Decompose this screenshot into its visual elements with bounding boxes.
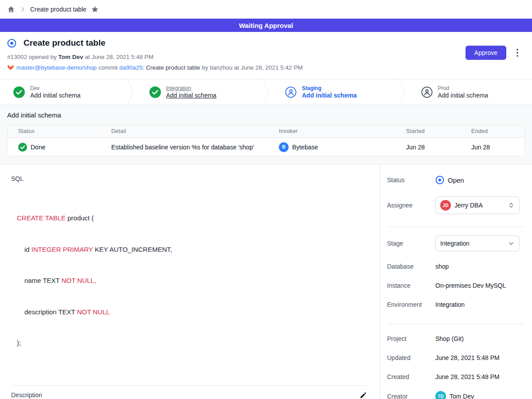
task-table-row: Done Established baseline version %s for… [8,138,524,156]
task-table: Status Detail Invoker Started Ended Done… [7,125,525,156]
sql-line: ); [17,338,373,348]
project-label: Project [387,335,435,342]
task-status-text: Done [31,144,45,151]
col-invoker: Invoker [268,128,395,134]
sql-line: description TEXT NOT NULL [17,307,373,317]
database-value: shop [435,263,449,270]
stage-dev[interactable]: DevAdd initial schema [0,79,125,105]
status-label: Status [387,176,435,184]
git-branch-link[interactable]: master@bytebase-demo/shop [16,64,97,71]
sql-line: name TEXT NOT NULL, [17,275,373,286]
instance-value: On-premises Dev MySQL [435,282,506,289]
sidebar-divider [387,324,525,324]
stage-staging[interactable]: StagingAdd initial schema [272,79,396,105]
git-commit-link[interactable]: da90a25 [119,64,143,71]
section-divider [11,385,366,386]
stage-pending-person-icon [285,86,297,98]
stage-separator [125,79,136,105]
database-label: Database [387,263,435,270]
git-commit-message: Create product table [146,64,200,71]
issue-title: Create product table [23,38,106,48]
stage-env-label: Staging [302,85,357,91]
breadcrumb-page-title[interactable]: Create product table [30,6,86,13]
edit-pencil-icon[interactable] [360,391,367,399]
task-section-title: Add initial schema [7,111,525,119]
assignee-avatar: JD [440,200,451,211]
breadcrumb: Create product table [0,0,532,19]
environment-value: Integration [435,301,465,308]
stage-separator [260,79,272,105]
chevron-right-icon [20,6,26,12]
issue-meta: #13002 opened by Tom Dev at June 28, 202… [7,54,466,60]
issue-author: Tom Dev [59,54,83,60]
stage-prod[interactable]: ProdAdd initial schema [408,79,532,105]
description-label: Description [11,391,42,399]
sidebar-divider [387,227,525,227]
invoker-name: Bytebase [292,144,318,151]
project-value: Shop (Git) [435,335,464,342]
stage-env-label: Prod [438,85,489,91]
issue-header: Create product table #13002 opened by To… [0,32,532,79]
more-actions-icon[interactable] [513,48,521,58]
stage-task-label: Add initial schema [302,92,357,99]
creator-avatar: TD [435,391,446,399]
col-ended: Ended [461,128,524,134]
creator-label: Creator [387,393,435,399]
content-area: SQL CREATE TABLE product ( id INTEGER PR… [0,164,532,399]
stage-select[interactable]: Integration [435,235,520,251]
stage-done-icon [13,86,25,98]
stage-task-label: Add initial schema [438,92,489,99]
assignee-label: Assignee [387,202,435,209]
status-value: Open [448,176,464,184]
sql-line: id INTEGER PRIMARY KEY AUTO_INCREMENT, [17,244,373,255]
task-ended: Jun 28 [461,144,524,151]
sql-line: CREATE TABLE product ( [17,213,373,223]
pipeline-stages: DevAdd initial schema IntegrationAdd ini… [0,79,532,105]
bookmark-star-icon[interactable] [91,5,99,13]
chevron-down-icon [508,240,515,247]
task-table-header: Status Detail Invoker Started Ended [8,125,524,138]
stage-separator [396,79,408,105]
created-value: June 28, 2021 5:48 PM [435,373,500,380]
stage-env-label[interactable]: Integration [166,85,217,91]
status-banner-text: Waiting Approval [239,22,293,29]
gitlab-icon [7,64,14,71]
col-started: Started [395,128,461,134]
stage-pending-person-icon [421,86,433,98]
git-commit-line: master@bytebase-demo/shop commit da90a25… [7,64,466,71]
environment-label: Environment [387,301,435,308]
bytebase-issue-page: Create product table Waiting Approval Cr… [0,0,532,399]
stage-task-label[interactable]: Add initial schema [166,92,217,99]
sql-code-block: CREATE TABLE product ( id INTEGER PRIMAR… [17,192,373,369]
instance-label: Instance [387,282,435,289]
stage-done-icon [149,86,161,98]
creator-name: Tom Dev [450,393,474,399]
updated-value: June 28, 2021 5:48 PM [435,354,500,361]
sql-section-label: SQL [11,175,373,182]
created-label: Created [387,373,435,380]
invoker-avatar: B [279,142,289,152]
stage-label: Stage [387,240,435,247]
updated-label: Updated [387,354,435,361]
status-banner: Waiting Approval [0,19,532,32]
assignee-name: Jerry DBA [454,202,504,209]
home-icon[interactable] [7,5,15,13]
updown-chevron-icon [508,202,515,209]
main-panel: SQL CREATE TABLE product ( id INTEGER PR… [0,164,380,399]
open-status-icon [7,39,16,48]
open-status-icon [435,176,444,184]
issue-sidebar: Status Open Assignee JD Jerry DBA Stage … [380,164,532,399]
task-detail-text: Established baseline version %s for data… [101,144,268,151]
assignee-select[interactable]: JD Jerry DBA [435,196,520,214]
col-detail: Detail [101,128,268,134]
stage-integration[interactable]: IntegrationAdd initial schema [136,79,261,105]
stage-value: Integration [440,240,504,247]
stage-env-label: Dev [30,85,81,91]
col-status: Status [8,128,101,134]
task-section: Add initial schema Status Detail Invoker… [0,105,532,164]
approve-button[interactable]: Approve [466,46,506,60]
done-check-icon [18,143,27,152]
stage-task-label: Add initial schema [30,92,81,99]
task-started: Jun 28 [395,144,461,151]
